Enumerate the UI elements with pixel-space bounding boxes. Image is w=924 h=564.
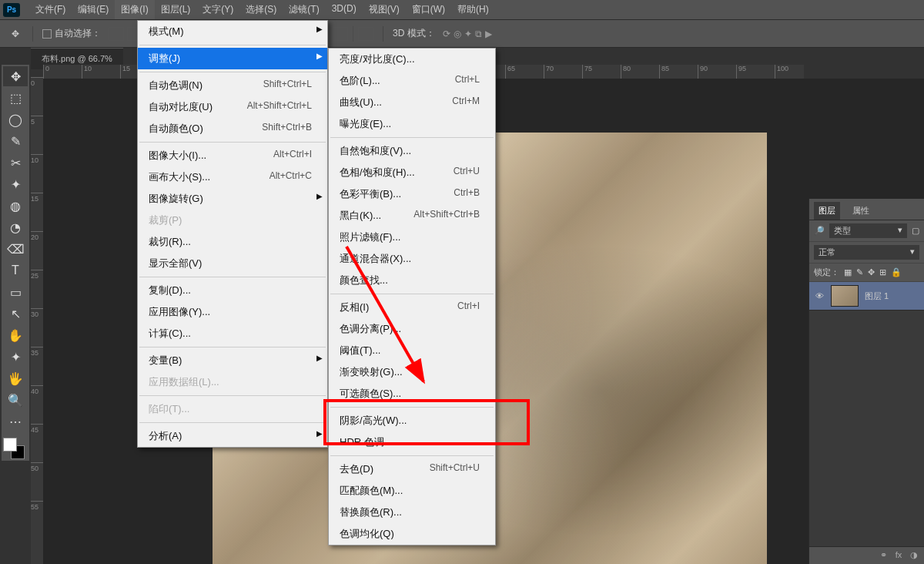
tab-properties[interactable]: 属性 [848, 202, 874, 220]
tool-11[interactable]: ↖ [3, 304, 28, 324]
menu-item-反相i[interactable]: 反相(I)Ctrl+I [329, 297, 495, 318]
tab-layers[interactable]: 图层 [814, 202, 840, 220]
menu-item-计算c[interactable]: 计算(C)... [138, 323, 327, 344]
menu-adjust-dropdown: 亮度/对比度(C)...色阶(L)...Ctrl+L曲线(U)...Ctrl+M… [328, 48, 496, 546]
tool-1[interactable]: ⬚ [3, 88, 28, 108]
mask-icon[interactable]: ◑ [909, 550, 919, 561]
blend-mode-select[interactable]: 正常▾ [814, 245, 919, 260]
menu-item-匹配颜色m[interactable]: 匹配颜色(M)... [329, 480, 495, 502]
tool-10[interactable]: ▭ [3, 282, 28, 302]
tool-15[interactable]: 🔍 [3, 390, 28, 410]
menu-item-图像大小i[interactable]: 图像大小(I)...Alt+Ctrl+I [138, 145, 327, 166]
menu-image-dropdown: 模式(M)▶调整(J)▶自动色调(N)Shift+Ctrl+L自动对比度(U)A… [137, 20, 328, 448]
menu-item-曲线u[interactable]: 曲线(U)...Ctrl+M [329, 92, 495, 113]
lock-label: 锁定： [814, 267, 839, 278]
menu-item-色阶l[interactable]: 色阶(L)...Ctrl+L [329, 70, 495, 92]
menu-滤镜[interactable]: 滤镜(T) [283, 0, 325, 19]
menu-item-自动颜色o[interactable]: 自动颜色(O)Shift+Ctrl+B [138, 118, 327, 139]
menu-帮助[interactable]: 帮助(H) [451, 0, 495, 19]
menu-item-图像旋转g[interactable]: 图像旋转(G)▶ [138, 188, 327, 210]
menu-item-显示全部v[interactable]: 显示全部(V) [138, 253, 327, 274]
menu-item-色彩平衡b[interactable]: 色彩平衡(B)...Ctrl+B [329, 183, 495, 205]
lock-pixels-icon[interactable]: ▦ [844, 267, 852, 277]
menu-图像[interactable]: 图像(I) [115, 0, 154, 19]
menu-item-应用数据组l: 应用数据组(L)... [138, 371, 327, 393]
layers-footer: ⚭ fx ◑ [809, 546, 924, 564]
tool-13[interactable]: ✦ [3, 347, 28, 367]
link-icon[interactable]: ⚭ [878, 550, 889, 561]
lock-artboard-icon[interactable]: ⊞ [879, 267, 886, 277]
menu-item-替换颜色r[interactable]: 替换颜色(R)... [329, 502, 495, 523]
layer-kind-select[interactable]: 类型▾ [829, 223, 907, 238]
tool-0[interactable]: ✥ [3, 66, 28, 86]
layer-filter-icon[interactable]: ▢ [912, 226, 919, 236]
menu-item-渐变映射g[interactable]: 渐变映射(G)... [329, 361, 495, 383]
tool-2[interactable]: ◯ [3, 109, 28, 129]
menu-item-去色d[interactable]: 去色(D)Shift+Ctrl+U [329, 458, 495, 480]
menu-item-自然饱和度v[interactable]: 自然饱和度(V)... [329, 140, 495, 162]
tool-7[interactable]: ◔ [3, 217, 28, 237]
menu-item-色相/饱和度h[interactable]: 色相/饱和度(H)...Ctrl+U [329, 162, 495, 183]
menu-item-模式m[interactable]: 模式(M)▶ [138, 21, 327, 42]
menu-item-调整j[interactable]: 调整(J)▶ [138, 48, 327, 69]
move-tool-icon: ✥ [8, 26, 23, 42]
menu-item-应用图像y[interactable]: 应用图像(Y)... [138, 301, 327, 323]
menu-文件[interactable]: 文件(F) [29, 0, 72, 19]
tool-3[interactable]: ✎ [3, 131, 28, 151]
visibility-icon[interactable]: 👁 [814, 291, 825, 300]
menu-item-自动色调n[interactable]: 自动色调(N)Shift+Ctrl+L [138, 75, 327, 96]
color-swatches[interactable] [3, 438, 25, 459]
menu-item-色调分离p[interactable]: 色调分离(P)... [329, 318, 495, 340]
menu-item-可选颜色s[interactable]: 可选颜色(S)... [329, 383, 495, 405]
autoselect-checkbox[interactable]: 自动选择： [42, 27, 101, 40]
menu-选择[interactable]: 选择(S) [239, 0, 283, 19]
layers-panel: 图层 属性 🔎 类型▾ ▢ 正常▾ 锁定： ▦ ✎ ✥ ⊞ 🔒 👁 图层 1 ⚭… [808, 199, 924, 564]
menu-item-复制d[interactable]: 复制(D)... [138, 280, 327, 301]
menu-item-阴影/高光w[interactable]: 阴影/高光(W)... [329, 410, 495, 431]
menu-item-变量b[interactable]: 变量(B)▶ [138, 350, 327, 371]
search-icon: 🔎 [814, 226, 825, 236]
menu-item-颜色查找[interactable]: 颜色查找... [329, 270, 495, 291]
menu-item-通道混合器x[interactable]: 通道混合器(X)... [329, 248, 495, 270]
menu-图层[interactable]: 图层(L) [155, 0, 197, 19]
menu-item-hdr色调[interactable]: HDR 色调... [329, 431, 495, 453]
menu-item-裁切r[interactable]: 裁切(R)... [138, 231, 327, 253]
layer-name[interactable]: 图层 1 [865, 290, 889, 302]
ruler-vertical: 0510152025303540455055 [31, 77, 43, 564]
menu-视图[interactable]: 视图(V) [363, 0, 406, 19]
toolbar: ✥⬚◯✎✂✦◍◔⌫T▭↖✋✦🖐🔍⋯ [2, 65, 29, 461]
fx-icon[interactable]: fx [893, 550, 904, 561]
tool-6[interactable]: ◍ [3, 196, 28, 216]
menu-item-阈值t[interactable]: 阈值(T)... [329, 340, 495, 361]
tool-5[interactable]: ✦ [3, 174, 28, 194]
menu-item-陷印t: 陷印(T)... [138, 398, 327, 420]
layer-thumbnail[interactable] [831, 285, 859, 307]
menu-item-画布大小s[interactable]: 画布大小(S)...Alt+Ctrl+C [138, 166, 327, 188]
lock-all-icon[interactable]: 🔒 [891, 267, 902, 277]
app-logo: Ps [3, 3, 20, 17]
layer-item[interactable]: 👁 图层 1 [809, 282, 924, 311]
menu-3d[interactable]: 3D(D) [326, 0, 363, 19]
menu-item-分析a[interactable]: 分析(A)▶ [138, 425, 327, 447]
menu-item-自动对比度u[interactable]: 自动对比度(U)Alt+Shift+Ctrl+L [138, 96, 327, 118]
tool-16[interactable]: ⋯ [3, 411, 28, 431]
tool-14[interactable]: 🖐 [3, 368, 28, 388]
tool-4[interactable]: ✂ [3, 153, 28, 173]
menu-item-照片滤镜f[interactable]: 照片滤镜(F)... [329, 227, 495, 248]
lock-brush-icon[interactable]: ✎ [856, 267, 863, 277]
menu-item-黑白k[interactable]: 黑白(K)...Alt+Shift+Ctrl+B [329, 205, 495, 227]
lock-move-icon[interactable]: ✥ [868, 267, 875, 277]
menu-item-曝光度e[interactable]: 曝光度(E)... [329, 113, 495, 135]
mode3d-label: 3D 模式： [393, 27, 435, 40]
tool-12[interactable]: ✋ [3, 325, 28, 345]
menu-文字[interactable]: 文字(Y) [196, 0, 239, 19]
tool-9[interactable]: T [3, 260, 28, 280]
mode3d-icons: ⟳◎✦⧉▶ [443, 29, 492, 39]
menubar: Ps 文件(F)编辑(E)图像(I)图层(L)文字(Y)选择(S)滤镜(T)3D… [0, 0, 924, 20]
tool-8[interactable]: ⌫ [3, 239, 28, 259]
menu-item-亮度/对比度c[interactable]: 亮度/对比度(C)... [329, 49, 495, 70]
menu-item-色调均化q[interactable]: 色调均化(Q) [329, 523, 495, 545]
menu-窗口[interactable]: 窗口(W) [406, 0, 451, 19]
menu-编辑[interactable]: 编辑(E) [72, 0, 115, 19]
layer-list: 👁 图层 1 [809, 282, 924, 546]
